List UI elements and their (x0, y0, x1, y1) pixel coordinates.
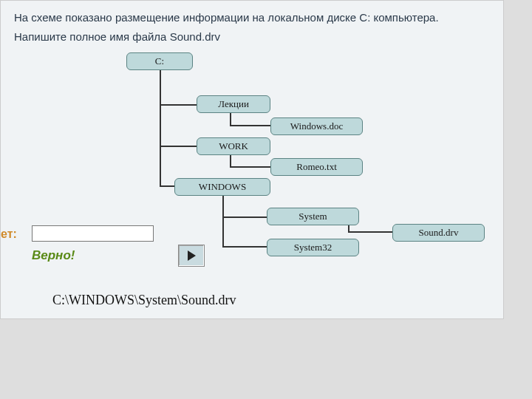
connector (222, 194, 224, 248)
node-system32: System32 (267, 239, 359, 256)
connector (222, 246, 267, 248)
node-c-drive: C: (126, 52, 193, 70)
node-romeo-txt: Romeo.txt (270, 158, 363, 176)
connector (348, 231, 392, 233)
node-sound-drv: Sound.drv (392, 224, 485, 242)
connector (160, 70, 161, 187)
node-windows-doc: Windows.doc (270, 117, 363, 135)
connector (230, 166, 270, 168)
node-work: WORK (197, 137, 270, 155)
answer-input[interactable] (32, 225, 154, 242)
play-icon (188, 250, 196, 261)
node-lektsii: Лекции (197, 95, 270, 113)
play-button[interactable] (178, 245, 205, 267)
node-windows: WINDOWS (174, 178, 270, 196)
node-system: System (267, 208, 359, 225)
instruction-text: На схеме показано размещение информации … (14, 8, 488, 46)
solution-text: C:\WINDOWS\System\Sound.drv (52, 293, 236, 308)
connector (160, 146, 197, 147)
answer-label: ет: (1, 228, 17, 241)
connector (222, 216, 267, 218)
connector (230, 125, 270, 126)
feedback-text: Верно! (32, 248, 75, 263)
connector (160, 104, 197, 106)
exercise-panel: На схеме показано размещение информации … (0, 0, 504, 319)
tree-diagram: C: Лекции Windows.doc WORK Romeo.txt WIN… (1, 52, 503, 282)
connector (160, 185, 174, 187)
